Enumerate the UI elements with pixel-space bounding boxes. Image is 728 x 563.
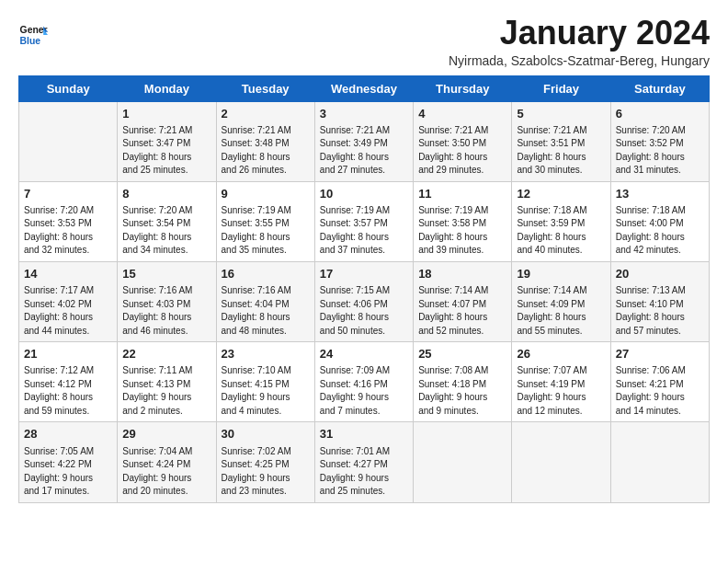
day-number: 7 bbox=[24, 186, 112, 202]
calendar-cell: 14Sunrise: 7:17 AMSunset: 4:02 PMDayligh… bbox=[19, 261, 118, 341]
weekday-header-tuesday: Tuesday bbox=[216, 75, 314, 101]
cell-content: Sunrise: 7:20 AMSunset: 3:54 PMDaylight:… bbox=[122, 204, 210, 258]
day-number: 18 bbox=[418, 266, 506, 282]
cell-content: Sunrise: 7:06 AMSunset: 4:21 PMDaylight:… bbox=[616, 364, 704, 418]
day-number: 5 bbox=[517, 106, 605, 122]
cell-content: Sunrise: 7:21 AMSunset: 3:47 PMDaylight:… bbox=[122, 124, 210, 178]
day-number: 20 bbox=[616, 266, 704, 282]
day-number: 31 bbox=[320, 426, 408, 442]
cell-content: Sunrise: 7:14 AMSunset: 4:07 PMDaylight:… bbox=[418, 284, 506, 338]
day-number: 10 bbox=[320, 186, 408, 202]
calendar-cell: 11Sunrise: 7:19 AMSunset: 3:58 PMDayligh… bbox=[414, 181, 512, 261]
cell-content: Sunrise: 7:05 AMSunset: 4:22 PMDaylight:… bbox=[24, 445, 112, 499]
day-number: 19 bbox=[517, 266, 605, 282]
calendar-cell: 2Sunrise: 7:21 AMSunset: 3:48 PMDaylight… bbox=[216, 101, 314, 181]
cell-content: Sunrise: 7:19 AMSunset: 3:58 PMDaylight:… bbox=[418, 204, 506, 258]
calendar-week-row: 1Sunrise: 7:21 AMSunset: 3:47 PMDaylight… bbox=[19, 101, 710, 181]
calendar-cell: 25Sunrise: 7:08 AMSunset: 4:18 PMDayligh… bbox=[414, 342, 512, 422]
calendar-cell: 13Sunrise: 7:18 AMSunset: 4:00 PMDayligh… bbox=[610, 181, 709, 261]
day-number: 13 bbox=[616, 186, 704, 202]
weekday-header-wednesday: Wednesday bbox=[314, 75, 413, 101]
day-number: 28 bbox=[24, 426, 112, 442]
cell-content: Sunrise: 7:21 AMSunset: 3:48 PMDaylight:… bbox=[222, 124, 310, 178]
weekday-header-friday: Friday bbox=[512, 75, 610, 101]
cell-content: Sunrise: 7:04 AMSunset: 4:24 PMDaylight:… bbox=[122, 445, 210, 499]
weekday-header-row: SundayMondayTuesdayWednesdayThursdayFrid… bbox=[19, 75, 710, 101]
calendar-cell: 7Sunrise: 7:20 AMSunset: 3:53 PMDaylight… bbox=[19, 181, 118, 261]
calendar-cell: 16Sunrise: 7:16 AMSunset: 4:04 PMDayligh… bbox=[216, 261, 314, 341]
calendar-cell: 28Sunrise: 7:05 AMSunset: 4:22 PMDayligh… bbox=[19, 422, 118, 502]
location-subtitle: Nyirmada, Szabolcs-Szatmar-Bereg, Hungar… bbox=[449, 53, 710, 68]
day-number: 6 bbox=[616, 106, 704, 122]
day-number: 26 bbox=[517, 346, 605, 362]
logo-icon: General Blue bbox=[18, 20, 48, 50]
day-number: 17 bbox=[320, 266, 408, 282]
cell-content: Sunrise: 7:15 AMSunset: 4:06 PMDaylight:… bbox=[320, 284, 408, 338]
calendar-cell: 10Sunrise: 7:19 AMSunset: 3:57 PMDayligh… bbox=[314, 181, 413, 261]
day-number: 3 bbox=[320, 106, 408, 122]
calendar-table: SundayMondayTuesdayWednesdayThursdayFrid… bbox=[18, 75, 710, 503]
cell-content: Sunrise: 7:16 AMSunset: 4:03 PMDaylight:… bbox=[122, 284, 210, 338]
calendar-cell: 31Sunrise: 7:01 AMSunset: 4:27 PMDayligh… bbox=[314, 422, 413, 502]
cell-content: Sunrise: 7:07 AMSunset: 4:19 PMDaylight:… bbox=[517, 364, 605, 418]
cell-content: Sunrise: 7:10 AMSunset: 4:15 PMDaylight:… bbox=[222, 364, 310, 418]
calendar-cell: 12Sunrise: 7:18 AMSunset: 3:59 PMDayligh… bbox=[512, 181, 610, 261]
weekday-header-sunday: Sunday bbox=[19, 75, 118, 101]
page-header: General Blue January 2024 Nyirmada, Szab… bbox=[18, 15, 710, 68]
day-number: 27 bbox=[616, 346, 704, 362]
day-number: 15 bbox=[122, 266, 210, 282]
day-number: 11 bbox=[418, 186, 506, 202]
cell-content: Sunrise: 7:17 AMSunset: 4:02 PMDaylight:… bbox=[24, 284, 112, 338]
cell-content: Sunrise: 7:19 AMSunset: 3:57 PMDaylight:… bbox=[320, 204, 408, 258]
calendar-cell bbox=[610, 422, 709, 502]
cell-content: Sunrise: 7:11 AMSunset: 4:13 PMDaylight:… bbox=[122, 364, 210, 418]
day-number: 2 bbox=[222, 106, 310, 122]
calendar-cell: 1Sunrise: 7:21 AMSunset: 3:47 PMDaylight… bbox=[118, 101, 216, 181]
cell-content: Sunrise: 7:16 AMSunset: 4:04 PMDaylight:… bbox=[222, 284, 310, 338]
calendar-week-row: 28Sunrise: 7:05 AMSunset: 4:22 PMDayligh… bbox=[19, 422, 710, 502]
day-number: 14 bbox=[24, 266, 112, 282]
cell-content: Sunrise: 7:21 AMSunset: 3:50 PMDaylight:… bbox=[418, 124, 506, 178]
calendar-cell bbox=[414, 422, 512, 502]
calendar-cell: 21Sunrise: 7:12 AMSunset: 4:12 PMDayligh… bbox=[19, 342, 118, 422]
day-number: 29 bbox=[122, 426, 210, 442]
day-number: 9 bbox=[222, 186, 310, 202]
calendar-cell: 6Sunrise: 7:20 AMSunset: 3:52 PMDaylight… bbox=[610, 101, 709, 181]
calendar-cell: 9Sunrise: 7:19 AMSunset: 3:55 PMDaylight… bbox=[216, 181, 314, 261]
calendar-cell: 24Sunrise: 7:09 AMSunset: 4:16 PMDayligh… bbox=[314, 342, 413, 422]
calendar-cell: 26Sunrise: 7:07 AMSunset: 4:19 PMDayligh… bbox=[512, 342, 610, 422]
cell-content: Sunrise: 7:12 AMSunset: 4:12 PMDaylight:… bbox=[24, 364, 112, 418]
day-number: 25 bbox=[418, 346, 506, 362]
day-number: 30 bbox=[222, 426, 310, 442]
title-block: January 2024 Nyirmada, Szabolcs-Szatmar-… bbox=[449, 15, 710, 68]
calendar-week-row: 7Sunrise: 7:20 AMSunset: 3:53 PMDaylight… bbox=[19, 181, 710, 261]
weekday-header-saturday: Saturday bbox=[610, 75, 709, 101]
day-number: 22 bbox=[122, 346, 210, 362]
calendar-cell: 27Sunrise: 7:06 AMSunset: 4:21 PMDayligh… bbox=[610, 342, 709, 422]
cell-content: Sunrise: 7:14 AMSunset: 4:09 PMDaylight:… bbox=[517, 284, 605, 338]
cell-content: Sunrise: 7:08 AMSunset: 4:18 PMDaylight:… bbox=[418, 364, 506, 418]
cell-content: Sunrise: 7:01 AMSunset: 4:27 PMDaylight:… bbox=[320, 445, 408, 499]
calendar-week-row: 21Sunrise: 7:12 AMSunset: 4:12 PMDayligh… bbox=[19, 342, 710, 422]
cell-content: Sunrise: 7:20 AMSunset: 3:53 PMDaylight:… bbox=[24, 204, 112, 258]
cell-content: Sunrise: 7:21 AMSunset: 3:49 PMDaylight:… bbox=[320, 124, 408, 178]
calendar-cell: 5Sunrise: 7:21 AMSunset: 3:51 PMDaylight… bbox=[512, 101, 610, 181]
calendar-cell bbox=[19, 101, 118, 181]
weekday-header-thursday: Thursday bbox=[414, 75, 512, 101]
calendar-cell: 20Sunrise: 7:13 AMSunset: 4:10 PMDayligh… bbox=[610, 261, 709, 341]
weekday-header-monday: Monday bbox=[118, 75, 216, 101]
cell-content: Sunrise: 7:09 AMSunset: 4:16 PMDaylight:… bbox=[320, 364, 408, 418]
calendar-cell: 18Sunrise: 7:14 AMSunset: 4:07 PMDayligh… bbox=[414, 261, 512, 341]
calendar-cell bbox=[512, 422, 610, 502]
cell-content: Sunrise: 7:18 AMSunset: 4:00 PMDaylight:… bbox=[616, 204, 704, 258]
calendar-cell: 8Sunrise: 7:20 AMSunset: 3:54 PMDaylight… bbox=[118, 181, 216, 261]
calendar-cell: 22Sunrise: 7:11 AMSunset: 4:13 PMDayligh… bbox=[118, 342, 216, 422]
day-number: 4 bbox=[418, 106, 506, 122]
calendar-cell: 30Sunrise: 7:02 AMSunset: 4:25 PMDayligh… bbox=[216, 422, 314, 502]
day-number: 21 bbox=[24, 346, 112, 362]
logo: General Blue bbox=[18, 20, 51, 50]
month-title: January 2024 bbox=[449, 15, 710, 52]
cell-content: Sunrise: 7:20 AMSunset: 3:52 PMDaylight:… bbox=[616, 124, 704, 178]
day-number: 24 bbox=[320, 346, 408, 362]
calendar-cell: 15Sunrise: 7:16 AMSunset: 4:03 PMDayligh… bbox=[118, 261, 216, 341]
